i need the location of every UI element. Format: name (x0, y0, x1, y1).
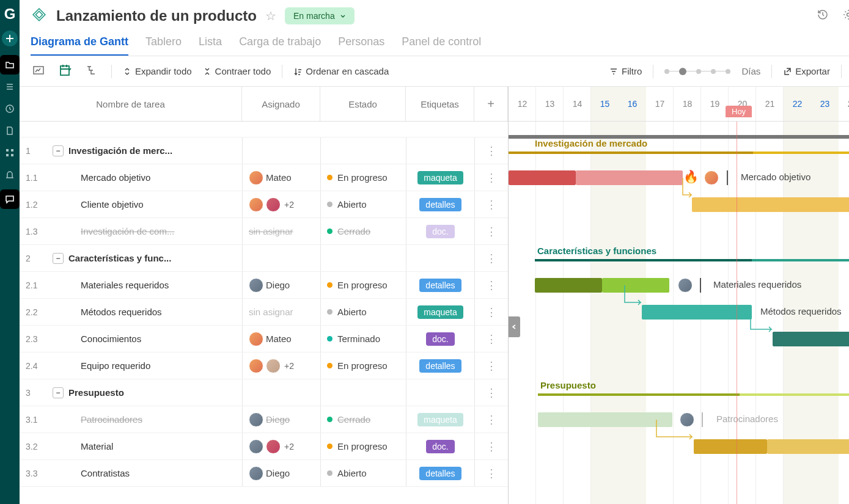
settings-icon[interactable] (840, 6, 849, 26)
col-assigned[interactable]: Asignado (242, 87, 320, 121)
tab-board[interactable]: Tablero (145, 35, 182, 56)
row-menu-icon[interactable]: ⋮ (474, 406, 508, 433)
bar-handle[interactable] (700, 278, 701, 293)
row-menu-icon[interactable]: ⋮ (474, 326, 508, 352)
task-bar[interactable] (538, 412, 672, 427)
fields-icon[interactable] (31, 62, 46, 80)
status-cell[interactable]: Terminado (320, 326, 406, 352)
status-dropdown[interactable]: En marcha (285, 7, 355, 24)
nav-projects-icon[interactable] (0, 55, 20, 75)
history-icon[interactable] (814, 6, 831, 26)
assignee-cell[interactable]: Mateo (242, 326, 320, 352)
tab-gantt[interactable]: Diagrama de Gantt (31, 35, 128, 56)
nav-apps-icon[interactable] (0, 143, 20, 163)
task-bar[interactable] (767, 439, 849, 454)
task-bar-progress[interactable] (694, 439, 767, 454)
grid-row[interactable]: 2.4Equipo requerido+2En progresodetalles… (20, 352, 508, 379)
grid-row[interactable]: 3.1PatrocinadoresDiegoCerradomaqueta⋮ (20, 406, 508, 433)
tags-cell[interactable]: maqueta (406, 406, 474, 433)
tags-cell[interactable]: maqueta (406, 299, 474, 325)
nav-recent-icon[interactable] (0, 99, 20, 119)
expand-all-button[interactable]: Expandir todo (123, 66, 192, 76)
assignee-cell[interactable]: +2 (242, 433, 320, 459)
tab-workload[interactable]: Carga de trabajo (239, 35, 321, 56)
tags-cell[interactable]: detalles (406, 272, 474, 298)
nav-list-icon[interactable] (0, 77, 20, 97)
nav-notifications-icon[interactable] (0, 165, 20, 184)
status-cell[interactable]: Cerrado (320, 406, 406, 433)
status-cell[interactable]: Abierto (320, 191, 406, 217)
tags-cell[interactable]: doc. (406, 218, 474, 244)
export-button[interactable]: Exportar (783, 66, 830, 76)
grid-collapse-handle[interactable] (509, 316, 520, 337)
grid-row[interactable]: 1.3Investigación de com...sin asignarCer… (20, 218, 508, 245)
status-cell[interactable]: Abierto (320, 460, 406, 486)
assignee-cell[interactable]: sin asignar (242, 218, 320, 244)
grid-row[interactable]: 2.1Materiales requeridosDiegoEn progreso… (20, 272, 508, 299)
grid-row[interactable]: 2.2Métodos requeridossin asignarAbiertom… (20, 299, 508, 326)
tags-cell[interactable]: maqueta (406, 164, 474, 191)
add-column-button[interactable]: + (474, 87, 508, 121)
status-cell[interactable]: En progreso (320, 433, 406, 459)
add-button[interactable] (2, 31, 18, 46)
grid-row[interactable]: 1−Investigación de merc...⋮ (20, 137, 508, 164)
assignee-cell[interactable]: +2 (242, 352, 320, 379)
row-menu-icon[interactable]: ⋮ (474, 379, 508, 406)
grid-row[interactable]: 2−Características y func...⋮ (20, 245, 508, 272)
collapse-icon[interactable]: − (53, 387, 64, 398)
row-menu-icon[interactable]: ⋮ (474, 433, 508, 459)
row-menu-icon[interactable]: ⋮ (474, 460, 508, 486)
tags-cell[interactable]: detalles (406, 460, 474, 486)
task-bar[interactable] (642, 305, 752, 320)
zoom-slider[interactable] (664, 68, 730, 75)
row-menu-icon[interactable]: ⋮ (474, 352, 508, 379)
assignee-cell[interactable]: sin asignar (242, 299, 320, 325)
filter-button[interactable]: Filtro (609, 66, 642, 76)
row-menu-icon[interactable]: ⋮ (474, 245, 508, 271)
favorite-star-icon[interactable]: ☆ (265, 9, 276, 23)
grid-row[interactable]: 1.1Mercado objetivoMateoEn progresomaque… (20, 164, 508, 191)
assignee-cell[interactable]: Diego (242, 406, 320, 433)
task-bar[interactable] (773, 332, 849, 346)
tab-dashboard[interactable]: Panel de control (402, 35, 481, 56)
assignee-cell[interactable]: +2 (242, 191, 320, 217)
col-status[interactable]: Estado (320, 87, 406, 121)
task-bar-progress[interactable] (535, 278, 602, 293)
assignee-cell[interactable]: Mateo (242, 164, 320, 191)
grid-row[interactable]: 3−Presupuesto⋮ (20, 379, 508, 406)
status-cell[interactable]: Abierto (320, 299, 406, 325)
tags-cell[interactable]: doc. (406, 433, 474, 459)
row-menu-icon[interactable]: ⋮ (474, 137, 508, 164)
tags-cell[interactable]: detalles (406, 352, 474, 379)
grid-row[interactable]: 2.3ConocimientosMateoTerminadodoc.⋮ (20, 326, 508, 352)
tab-people[interactable]: Personas (338, 35, 384, 56)
status-cell[interactable]: En progreso (320, 352, 406, 379)
row-menu-icon[interactable]: ⋮ (474, 191, 508, 217)
collapse-icon[interactable]: − (53, 145, 64, 156)
tags-cell[interactable]: doc. (406, 326, 474, 352)
grid-row[interactable]: 3.3ContratistasDiegoAbiertodetalles⋮ (20, 460, 508, 487)
cascade-sort-button[interactable]: Ordenar en cascada (293, 66, 389, 76)
hierarchy-icon[interactable] (84, 62, 100, 80)
row-menu-icon[interactable]: ⋮ (474, 164, 508, 191)
row-menu-icon[interactable]: ⋮ (474, 272, 508, 298)
status-cell[interactable]: En progreso (320, 164, 406, 191)
row-menu-icon[interactable]: ⋮ (474, 218, 508, 244)
assignee-cell[interactable]: Diego (242, 460, 320, 486)
task-bar[interactable] (692, 197, 849, 212)
bar-handle[interactable] (702, 412, 703, 427)
calendar-icon[interactable] (57, 62, 73, 80)
grid-row[interactable]: 1.2Cliente objetivo+2Abiertodetalles⋮ (20, 191, 508, 218)
collapse-icon[interactable]: − (53, 253, 64, 264)
nav-chat-icon[interactable] (0, 189, 20, 209)
nav-doc-icon[interactable] (0, 121, 20, 141)
row-menu-icon[interactable]: ⋮ (474, 299, 508, 325)
assignee-cell[interactable]: Diego (242, 272, 320, 298)
tab-list[interactable]: Lista (199, 35, 222, 56)
status-cell[interactable]: Cerrado (320, 218, 406, 244)
task-bar[interactable] (576, 170, 683, 185)
tags-cell[interactable]: detalles (406, 191, 474, 217)
col-name[interactable]: Nombre de tarea (20, 87, 242, 121)
task-bar-progress[interactable] (509, 170, 576, 185)
bar-handle[interactable] (727, 170, 728, 185)
